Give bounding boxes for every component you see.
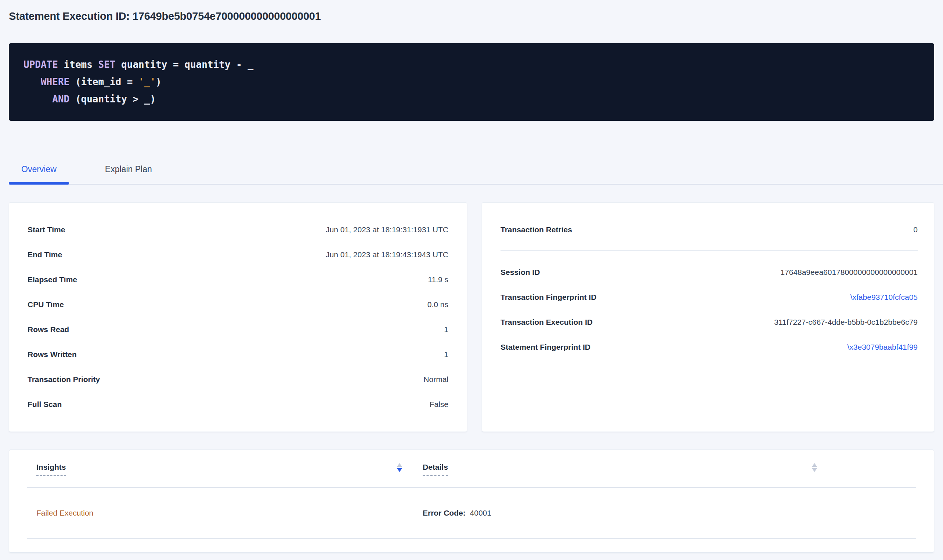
tab-overview[interactable]: Overview [9, 159, 69, 184]
row-label: Full Scan [28, 400, 62, 409]
insights-table-card: Insights Details Failed Execution Error … [9, 449, 934, 553]
row-elapsed-time: Elapsed Time 11.9 s [28, 267, 448, 292]
row-transaction-priority: Transaction Priority Normal [28, 367, 448, 392]
row-label: Elapsed Time [28, 275, 77, 285]
page-title: Statement Execution ID: 17649be5b0754e70… [9, 9, 934, 23]
card-divider [501, 250, 918, 251]
row-label: Transaction Retries [501, 225, 572, 234]
row-statement-fingerprint-id: Statement Fingerprint ID \x3e3079baabf41… [501, 335, 918, 360]
row-value: 311f7227-c667-4dde-b5bb-0c1b2bbe6c79 [774, 317, 918, 327]
error-code-label: Error Code: [423, 509, 465, 517]
statement-summary-card: Start Time Jun 01, 2023 at 18:19:31:1931… [9, 202, 467, 432]
row-value: 0.0 ns [427, 300, 448, 309]
row-value: 1 [444, 350, 448, 359]
row-end-time: End Time Jun 01, 2023 at 18:19:43:1943 U… [28, 242, 448, 267]
row-value: Normal [424, 375, 448, 384]
sql-code: UPDATE items SET quantity = quantity - _… [23, 56, 920, 108]
row-label: Transaction Execution ID [501, 317, 593, 327]
column-header-details[interactable]: Details [413, 462, 828, 487]
column-label: Details [423, 462, 448, 476]
error-code-value: 40001 [470, 509, 492, 517]
row-transaction-retries: Transaction Retries 0 [501, 217, 918, 242]
sort-icon[interactable] [812, 463, 817, 472]
tab-bar: Overview Explain Plan [9, 159, 943, 185]
row-value: False [430, 400, 448, 409]
details-cell: Error Code: 40001 [413, 508, 828, 518]
row-label: Rows Read [28, 325, 69, 334]
row-cpu-time: CPU Time 0.0 ns [28, 292, 448, 317]
row-value: Jun 01, 2023 at 18:19:31:1931 UTC [326, 225, 448, 234]
row-full-scan: Full Scan False [28, 392, 448, 417]
transaction-fingerprint-link[interactable]: \xfabe93710fcfca05 [851, 292, 918, 302]
transaction-details-card: Transaction Retries 0 Session ID 17648a9… [482, 202, 934, 432]
row-value: 11.9 s [428, 275, 448, 285]
row-transaction-fingerprint-id: Transaction Fingerprint ID \xfabe93710fc… [501, 285, 918, 310]
row-transaction-execution-id: Transaction Execution ID 311f7227-c667-4… [501, 310, 918, 335]
row-label: Statement Fingerprint ID [501, 342, 590, 352]
row-start-time: Start Time Jun 01, 2023 at 18:19:31:1931… [28, 217, 448, 242]
sort-up-triangle [397, 463, 402, 467]
sort-up-triangle [812, 463, 817, 467]
row-value: 1 [444, 325, 448, 334]
row-label: End Time [28, 250, 62, 260]
row-value: Jun 01, 2023 at 18:19:43:1943 UTC [326, 250, 448, 260]
row-label: CPU Time [28, 300, 64, 309]
insights-table-header: Insights Details [27, 450, 916, 488]
sql-statement-block: UPDATE items SET quantity = quantity - _… [9, 43, 934, 121]
row-value: 0 [913, 225, 918, 234]
table-row: Failed Execution Error Code: 40001 [27, 488, 916, 539]
sort-down-triangle [812, 468, 817, 472]
insight-cell: Failed Execution [27, 508, 413, 518]
row-label: Rows Written [28, 350, 77, 359]
sort-down-triangle [397, 468, 402, 472]
overview-cards-row: Start Time Jun 01, 2023 at 18:19:31:1931… [9, 202, 934, 432]
tab-explain-plan[interactable]: Explain Plan [92, 159, 165, 184]
row-label: Start Time [28, 225, 65, 234]
row-label: Transaction Fingerprint ID [501, 292, 596, 302]
row-label: Session ID [501, 268, 540, 277]
statement-fingerprint-link[interactable]: \x3e3079baabf41f99 [847, 342, 918, 352]
statement-execution-page: Statement Execution ID: 17649be5b0754e70… [0, 9, 943, 553]
column-label: Insights [36, 462, 66, 476]
row-rows-read: Rows Read 1 [28, 317, 448, 342]
row-rows-written: Rows Written 1 [28, 342, 448, 367]
row-value: 17648a9eea6017800000000000000001 [780, 268, 918, 277]
row-label: Transaction Priority [28, 375, 100, 384]
sort-icon[interactable] [397, 463, 402, 472]
row-session-id: Session ID 17648a9eea6017800000000000000… [501, 260, 918, 285]
column-header-insights[interactable]: Insights [27, 462, 413, 487]
